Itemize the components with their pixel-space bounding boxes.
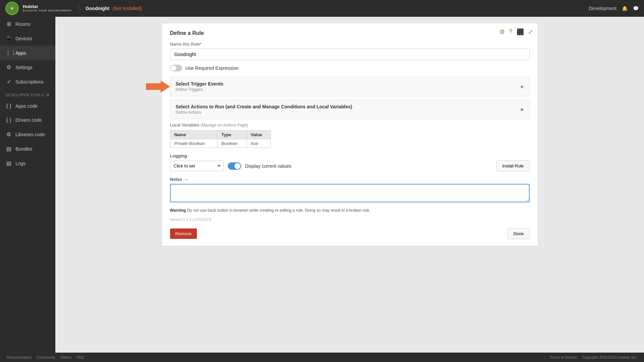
sidebar-label-devices: Devices	[15, 36, 32, 41]
install-rule-button[interactable]: Install Rule	[496, 160, 529, 171]
sidebar-item-libraries-code[interactable]: ⚙ Libraries code	[0, 127, 55, 142]
actions-title: Select Actions to Run (and Create and Ma…	[176, 104, 353, 109]
app-status: (Not Installed)	[113, 6, 142, 11]
page-title: Goodnight (Not Installed)	[86, 6, 142, 11]
local-variables-section: Local Variables (Manage on Actions Page)…	[170, 122, 530, 148]
trigger-arrow-icon: ▶	[521, 84, 524, 89]
col-value: Value	[247, 131, 270, 139]
var-type-1: Boolean	[217, 139, 247, 148]
settings-icon: ⚙	[5, 64, 12, 70]
footer-community[interactable]: Community	[37, 355, 55, 359]
gear-icon[interactable]: ⚙	[499, 28, 505, 36]
sidebar-label-bundles: Bundles	[15, 146, 33, 152]
actions-header[interactable]: Select Actions to Run (and Create and Ma…	[170, 100, 529, 119]
var-row-1: Private Boolean Boolean true	[170, 139, 270, 148]
sidebar-label-settings: Settings	[15, 65, 33, 70]
message-icon[interactable]: 💬	[633, 6, 639, 11]
notes-section: Notes ↔	[170, 177, 530, 208]
header-right: Development 🔔 💬	[589, 6, 639, 11]
col-type: Type	[217, 131, 247, 139]
orange-arrow	[146, 81, 170, 93]
libraries-icon: ⚙	[5, 131, 12, 138]
local-vars-subtitle: (Manage on Actions Page)	[201, 123, 248, 127]
rule-name-input[interactable]	[170, 49, 530, 60]
devices-icon: 📱	[5, 35, 12, 42]
warning-label: Warning	[170, 208, 186, 213]
sidebar-label-apps-code: Apps code	[15, 103, 38, 109]
hubitat-brand: Hubitat ELEVATE YOUR ENVIRONMENT	[23, 4, 72, 12]
warning-text: Warning Do not use back button in browse…	[170, 208, 530, 213]
sidebar-label-apps: Apps	[15, 50, 26, 56]
notes-label: Notes ↔	[170, 177, 530, 182]
developer-collapse-btn[interactable]: ✕	[46, 92, 50, 98]
sidebar-item-devices[interactable]: 📱 Devices	[0, 31, 55, 46]
trigger-events-header[interactable]: Select Trigger Events Define Triggers ▶	[170, 77, 529, 96]
footer-videos[interactable]: Videos	[60, 355, 71, 359]
apps-icon: ⋮⋮	[5, 50, 12, 56]
content-area: ⚙ ? ⬛ ⤢ Define a Rule Name this Rule* Us…	[55, 17, 644, 353]
footer-faq[interactable]: FAQ	[76, 355, 84, 359]
notes-textarea[interactable]	[170, 184, 530, 202]
button-row: Remove Done	[170, 228, 530, 239]
trigger-events-section: Select Trigger Events Define Triggers ▶	[170, 77, 530, 96]
logs-icon: ▤	[5, 160, 12, 166]
local-vars-bold: Local Variables	[317, 104, 351, 109]
conditions-bold: Conditions	[281, 104, 306, 109]
logging-dropdown[interactable]: Click to set	[170, 161, 224, 171]
main-layout: ⊞ Rooms 📱 Devices ⋮⋮ Apps ⚙ Settings ✓ S…	[0, 17, 644, 353]
sidebar-item-apps[interactable]: ⋮⋮ Apps	[0, 46, 55, 60]
notification-icon[interactable]: 🔔	[622, 6, 628, 11]
sidebar-label-rooms: Rooms	[15, 21, 30, 27]
drivers-code-icon: { }	[5, 117, 12, 123]
help-icon[interactable]: ?	[509, 28, 512, 36]
warning-message: Do not use back button in browser while …	[187, 208, 370, 213]
version-text: Version 5.1.4 (1/15/2023)	[170, 217, 530, 221]
footer-documentation[interactable]: Documentation	[7, 355, 32, 359]
actions-section: Select Actions to Run (and Create and Ma…	[170, 100, 530, 119]
display-current-values-toggle[interactable]	[228, 162, 241, 170]
monitor-icon[interactable]: ⬛	[517, 28, 524, 36]
terms-of-service[interactable]: Terms of Service	[550, 355, 577, 359]
sidebar-label-subscriptions: Subscriptions	[15, 79, 44, 85]
sidebar: ⊞ Rooms 📱 Devices ⋮⋮ Apps ⚙ Settings ✓ S…	[0, 17, 55, 353]
trigger-section-wrap: Select Trigger Events Define Triggers ▶	[170, 77, 530, 96]
sidebar-item-settings[interactable]: ⚙ Settings	[0, 60, 55, 74]
rule-name-label: Name this Rule*	[170, 42, 530, 47]
done-button[interactable]: Done	[507, 228, 529, 239]
developer-section-label: Developer tools ✕	[0, 89, 55, 99]
footer-links: Documentation Community Videos FAQ	[7, 355, 88, 359]
sidebar-item-drivers-code[interactable]: { } Drivers code	[0, 113, 55, 127]
trigger-subtitle: Define Triggers	[176, 87, 223, 92]
logging-label: Logging	[170, 153, 530, 158]
top-header: H Hubitat ELEVATE YOUR ENVIRONMENT Goodn…	[0, 0, 644, 17]
sidebar-item-rooms[interactable]: ⊞ Rooms	[0, 17, 55, 31]
environment-label: Development	[589, 6, 617, 11]
toggle-required-expression[interactable]	[170, 65, 182, 71]
local-vars-title: Local Variables (Manage on Actions Page)	[170, 122, 530, 127]
var-value-1: true	[247, 139, 270, 148]
section-title: Define a Rule	[170, 30, 530, 36]
trigger-title: Select Trigger Events	[176, 81, 223, 87]
remove-button[interactable]: Remove	[170, 228, 197, 239]
expand-icon[interactable]: ⤢	[528, 28, 533, 36]
sidebar-item-bundles[interactable]: ▤ Bundles	[0, 142, 55, 156]
notes-expand-icon[interactable]: ↔	[184, 177, 189, 182]
header-left: H Hubitat ELEVATE YOUR ENVIRONMENT Goodn…	[5, 2, 142, 15]
sidebar-label-logs: Logs	[15, 161, 25, 166]
toggle-required-expression-label: Use Required Expression	[185, 65, 239, 71]
hubitat-logo: H	[5, 2, 19, 15]
var-name-1: Private Boolean	[170, 139, 217, 148]
display-current-values-label: Display current values	[245, 163, 291, 169]
svg-marker-0	[146, 81, 170, 93]
sidebar-label-libraries: Libraries code	[15, 132, 45, 137]
sidebar-item-logs[interactable]: ▤ Logs	[0, 156, 55, 170]
local-vars-table: Name Type Value Private Boolean Boolean …	[170, 130, 271, 148]
main-card: ⚙ ? ⬛ ⤢ Define a Rule Name this Rule* Us…	[162, 23, 538, 246]
sidebar-item-apps-code[interactable]: { } Apps code	[0, 99, 55, 113]
subscriptions-icon: ✓	[5, 79, 12, 85]
card-toolbar: ⚙ ? ⬛ ⤢	[499, 28, 533, 36]
actions-arrow-icon: ▶	[521, 107, 524, 112]
sidebar-item-subscriptions[interactable]: ✓ Subscriptions	[0, 74, 55, 89]
apps-code-icon: { }	[5, 103, 12, 109]
footer-right: Terms of Service Copyright 2018-2023 Hub…	[550, 355, 637, 359]
